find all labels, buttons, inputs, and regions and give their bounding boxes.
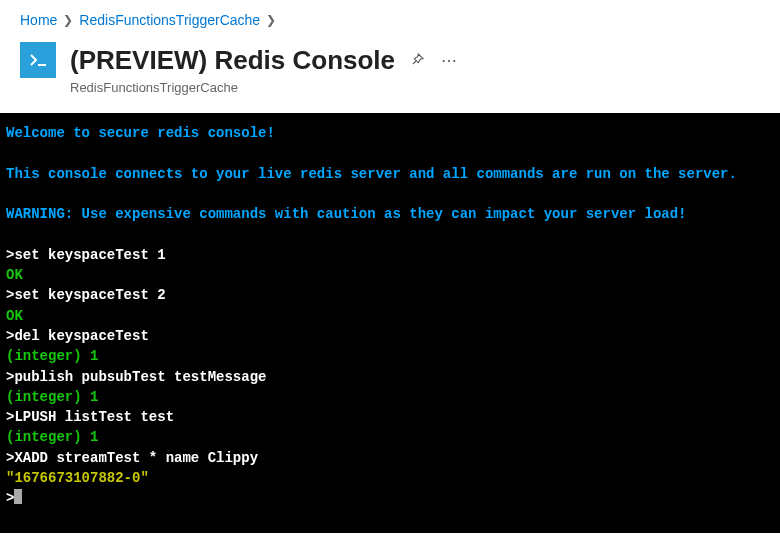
cursor-icon — [14, 489, 22, 504]
console-response: (integer) 1 — [6, 427, 774, 447]
console-warning: WARNING: Use expensive commands with cau… — [6, 204, 774, 224]
chevron-right-icon: ❯ — [266, 13, 276, 27]
redis-console[interactable]: Welcome to secure redis console! This co… — [0, 113, 780, 533]
console-response: OK — [6, 265, 774, 285]
pin-icon[interactable] — [409, 52, 425, 68]
console-icon — [20, 42, 56, 78]
console-prompt[interactable]: > — [6, 488, 774, 508]
breadcrumb-resource[interactable]: RedisFunctionsTriggerCache — [79, 12, 260, 28]
title-row: (PREVIEW) Redis Console ⋯ — [20, 42, 760, 78]
console-output: >set keyspaceTest 1OK>set keyspaceTest 2… — [6, 245, 774, 489]
page-subtitle: RedisFunctionsTriggerCache — [70, 80, 760, 95]
console-response: "1676673107882-0" — [6, 468, 774, 488]
console-response: (integer) 1 — [6, 346, 774, 366]
console-response: (integer) 1 — [6, 387, 774, 407]
chevron-right-icon: ❯ — [63, 13, 73, 27]
console-command: >publish pubsubTest testMessage — [6, 367, 774, 387]
page-title: (PREVIEW) Redis Console — [70, 45, 395, 76]
breadcrumb: Home ❯ RedisFunctionsTriggerCache ❯ — [20, 12, 760, 28]
console-command: >set keyspaceTest 1 — [6, 245, 774, 265]
breadcrumb-home[interactable]: Home — [20, 12, 57, 28]
console-command: >LPUSH listTest test — [6, 407, 774, 427]
more-icon[interactable]: ⋯ — [441, 51, 457, 70]
console-command: >set keyspaceTest 2 — [6, 285, 774, 305]
console-command: >del keyspaceTest — [6, 326, 774, 346]
header-area: Home ❯ RedisFunctionsTriggerCache ❯ (PRE… — [0, 0, 780, 113]
console-command: >XADD streamTest * name Clippy — [6, 448, 774, 468]
console-intro: This console connects to your live redis… — [6, 164, 774, 184]
console-intro: Welcome to secure redis console! — [6, 123, 774, 143]
console-response: OK — [6, 306, 774, 326]
